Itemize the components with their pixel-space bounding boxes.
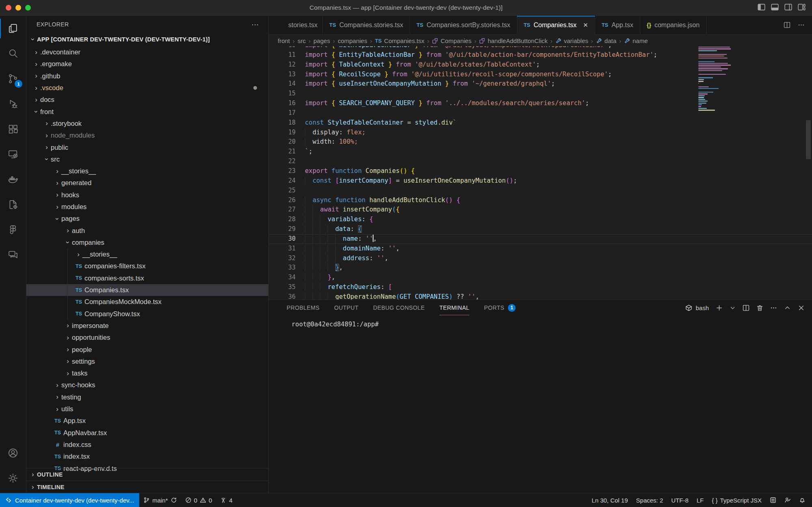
tree-item-companies-sorts-tsx[interactable]: TScompanies-sorts.tsx [26, 272, 268, 284]
terminal-output[interactable]: root@0a42ecd84891:/app# [269, 315, 812, 328]
tree-item-stories[interactable]: ›__stories__ [26, 248, 268, 260]
activity-item-extensions[interactable] [0, 117, 26, 142]
remote-indicator[interactable]: Container dev-twenty-dev (dev-twenty-dev… [0, 493, 139, 507]
tab-app-tsx[interactable]: TSApp.tsx [595, 16, 640, 34]
status-feedback[interactable] [780, 493, 795, 507]
code-editor[interactable]: 10import { WithTopBarContainer } from '@… [269, 46, 812, 300]
plus-icon[interactable] [716, 304, 723, 311]
tree-item-github[interactable]: ›.github [26, 70, 268, 82]
activity-item-accounts[interactable] [0, 440, 26, 466]
split-icon[interactable] [743, 304, 749, 311]
tree-item-companies-tsx[interactable]: TSCompanies.tsx [26, 284, 268, 296]
tree-item-utils[interactable]: ›utils [26, 403, 268, 415]
status-encoding[interactable]: UTF-8 [667, 493, 693, 507]
tree-item-index-css[interactable]: #index.css [26, 439, 268, 451]
chevron-up-icon[interactable] [784, 304, 791, 311]
tree-item-storybook[interactable]: ›.storybook [26, 118, 268, 129]
tree-item-docs[interactable]: ›docs [26, 94, 268, 106]
editor-scrollbar[interactable] [806, 120, 811, 159]
breadcrumb-item-handleaddbuttonclick[interactable]: handleAddButtonClick [479, 37, 548, 44]
status-indentation[interactable]: Spaces: 2 [632, 493, 667, 507]
activity-item-docker[interactable] [0, 167, 26, 192]
panel-tab-debug-console[interactable]: DEBUG CONSOLE [373, 300, 425, 315]
activity-item-settings[interactable] [0, 466, 26, 491]
tree-item-src[interactable]: ›src [26, 153, 268, 165]
tree-item-testing[interactable]: ›testing [26, 391, 268, 403]
tree-item-tasks[interactable]: ›tasks [26, 367, 268, 379]
split-editor-icon[interactable] [784, 22, 790, 28]
toggle-primary-sidebar-icon[interactable] [758, 4, 765, 11]
tree-item-sync-hooks[interactable]: ›sync-hooks [26, 379, 268, 391]
minimize-window-button[interactable] [15, 5, 21, 11]
tree-item-generated[interactable]: ›generated [26, 177, 268, 189]
status-eol[interactable]: LF [693, 493, 708, 507]
tree-item-opportunities[interactable]: ›opportunities [26, 332, 268, 343]
breadcrumb-item-pages[interactable]: pages [313, 37, 330, 44]
tree-item-settings[interactable]: ›settings [26, 356, 268, 367]
tree-item-app-tsx[interactable]: TSApp.tsx [26, 415, 268, 427]
activity-item-search[interactable] [0, 41, 26, 66]
section-header-outline[interactable]: ›OUTLINE [26, 468, 268, 481]
status-notifications[interactable] [795, 493, 810, 507]
activity-item-explorer[interactable] [0, 16, 26, 41]
tree-item-hooks[interactable]: ›hooks [26, 189, 268, 201]
tree-item-impersonate[interactable]: ›impersonate [26, 320, 268, 332]
tab-companies-stories-tsx[interactable]: TSCompanies.stories.tsx [323, 16, 410, 34]
minimap[interactable] [698, 47, 732, 112]
breadcrumb-item-companies[interactable]: companies [338, 37, 367, 44]
tree-item-public[interactable]: ›public [26, 141, 268, 153]
tree-item-vscode[interactable]: ›.vscode [26, 82, 268, 94]
activity-item-remote-explorer[interactable] [0, 142, 26, 167]
activity-item-comments[interactable] [0, 242, 26, 268]
status-ports[interactable]: 4 [216, 493, 236, 507]
tree-item-companiesmockmode-tsx[interactable]: TSCompaniesMockMode.tsx [26, 296, 268, 308]
toggle-secondary-sidebar-icon[interactable] [784, 4, 792, 11]
activity-item-source-control[interactable]: 1 [0, 66, 26, 91]
close-window-button[interactable] [6, 5, 11, 11]
breadcrumb-item-front[interactable]: front [278, 37, 290, 44]
tree-item-ergomake[interactable]: ›.ergomake [26, 58, 268, 70]
activity-item-dev-containers[interactable] [0, 192, 26, 217]
tab-companies-tsx[interactable]: TSCompanies.tsx✕ [517, 16, 595, 34]
breadcrumb-item-companies[interactable]: Companies [432, 37, 471, 44]
tree-item-index-tsx[interactable]: TSindex.tsx [26, 451, 268, 462]
activity-item-figma[interactable] [0, 217, 26, 242]
tree-item-companyshow-tsx[interactable]: TSCompanyShow.tsx [26, 308, 268, 320]
tree-item-front[interactable]: ›front [26, 106, 268, 117]
toggle-panel-icon[interactable] [771, 4, 779, 11]
close-icon[interactable] [798, 304, 805, 311]
tree-item-companies-filters-tsx[interactable]: TScompanies-filters.tsx [26, 260, 268, 272]
breadcrumb-item-companies-tsx[interactable]: TSCompanies.tsx [375, 37, 424, 44]
panel-tab-problems[interactable]: PROBLEMS [287, 300, 320, 315]
status-extension-grid[interactable] [766, 493, 780, 507]
tree-item-auth[interactable]: ›auth [26, 224, 268, 236]
activity-item-run-debug[interactable] [0, 91, 26, 117]
tree-item-pages[interactable]: ›pages [26, 213, 268, 224]
customize-layout-icon[interactable] [798, 4, 806, 11]
tab-stories-tsx[interactable]: stories.tsx [269, 16, 323, 34]
section-header-timeline[interactable]: ›TIMELINE [26, 481, 268, 493]
panel-tab-ports[interactable]: PORTS1 [484, 300, 516, 315]
breadcrumb-item-data[interactable]: data [596, 37, 616, 44]
status-cursor-position[interactable]: Ln 30, Col 19 [587, 493, 632, 507]
tree-item-modules[interactable]: ›modules [26, 201, 268, 213]
breadcrumb-item-variables[interactable]: variables [555, 37, 588, 44]
tree-item-people[interactable]: ›people [26, 343, 268, 355]
status-git-branch[interactable]: main* [139, 493, 181, 507]
tree-item-stories[interactable]: ›__stories__ [26, 165, 268, 177]
terminal-profile[interactable]: bash [685, 304, 709, 311]
tab-companies-json[interactable]: {}companies.json [640, 16, 706, 34]
tree-item-devcontainer[interactable]: ›.devcontainer [26, 46, 268, 58]
status-problems[interactable]: 00 [181, 493, 216, 507]
panel-tab-terminal[interactable]: TERMINAL [439, 300, 469, 315]
views-more-actions-icon[interactable]: ⋯ [251, 20, 259, 29]
breadcrumb-item-src[interactable]: src [298, 37, 306, 44]
breadcrumb-item-name[interactable]: name [624, 37, 648, 44]
trash-icon[interactable] [756, 304, 763, 311]
tab-companies-sortby-stories-tsx[interactable]: TSCompanies.sortBy.stories.tsx [410, 16, 517, 34]
chevron-down-icon[interactable] [730, 305, 736, 311]
zoom-window-button[interactable] [25, 5, 31, 11]
close-tab-icon[interactable]: ✕ [583, 22, 588, 29]
more-actions-icon[interactable] [798, 22, 805, 28]
tree-item-appnavbar-tsx[interactable]: TSAppNavbar.tsx [26, 427, 268, 439]
